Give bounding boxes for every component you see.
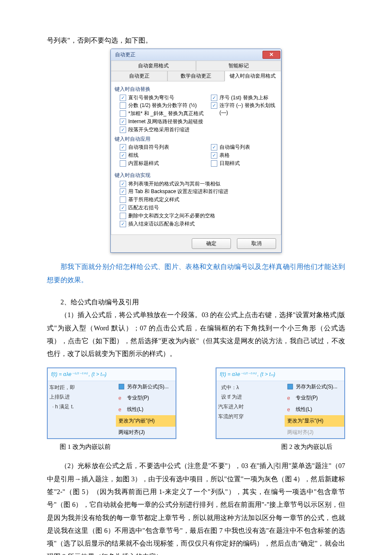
close-icon[interactable]: ✕ — [262, 51, 280, 59]
formula-box: f(t) = αλe⁻ᴸ⁽ᵗ⁻ᵗᵐ⁾ , (t > tₘ) — [216, 368, 344, 381]
ok-button[interactable]: 确定 — [192, 238, 231, 249]
tab-autoformat-as-type[interactable]: 键入时自动套用格式 — [225, 71, 281, 81]
checkbox-headingstyle[interactable] — [120, 160, 126, 167]
checkbox-tab-backspace[interactable] — [120, 188, 126, 195]
cancel-button[interactable]: 取消 — [237, 238, 276, 249]
checkbox-dash[interactable] — [211, 102, 217, 109]
text: 2、给公式自动编号及引用 — [61, 298, 139, 306]
dialog-titlebar: 自动更正 ✕ — [111, 49, 281, 61]
figure-1-bg-text: 车时距，即 上排队进 · h 满足 t. — [48, 381, 116, 438]
svg-rect-0 — [119, 384, 124, 389]
tab-math-autocorrect[interactable]: 数学自动更正 — [167, 71, 224, 81]
checkbox-datestyle[interactable] — [211, 160, 217, 167]
continuation-line: 号列表"，否则不要勾选，如下图。 — [47, 34, 345, 47]
linear-icon: e — [287, 407, 293, 413]
menu-linear[interactable]: e线性(L) — [285, 404, 344, 415]
pro-icon: e — [287, 395, 293, 401]
section-apply: 键入时自动应用 — [115, 136, 277, 143]
checkbox-listformat[interactable] — [120, 181, 126, 187]
section-apply-left: 自动项目符号列表 框线 内置标题样式 — [115, 143, 206, 167]
menu-change-display[interactable]: 更改为"显示"(H) — [285, 415, 344, 427]
checkbox-indent[interactable] — [120, 127, 126, 133]
section-replace-left: 直引号替换为弯引号 分数 (1/2) 替换为分数字符 (½) *加粗* 和 _斜… — [115, 94, 206, 134]
checkbox-hyperlink[interactable] — [120, 119, 126, 125]
step-1-paragraph: （1）插入公式后，将公式单独放在一个段落。03 的在公式上点击右键，选择"设置对… — [47, 309, 345, 361]
tab-autoformat[interactable]: 自动套用格式 — [111, 61, 196, 71]
checkbox-label: 插入结束语以匹配备忘录样式 — [128, 220, 195, 228]
text: （2）光标放在公式之后，不要选中公式（注意是"不要"），03 在"插入|引用"菜… — [47, 462, 345, 555]
dialog-body: 键入时自动替换 直引号替换为弯引号 分数 (1/2) 替换为分数字符 (½) *… — [111, 81, 281, 235]
intro-paragraph: 那我下面就分别介绍怎样给公式、图片、表格和文献自动编号以及怎样真确引用他们才能达… — [47, 260, 345, 286]
checkbox-definestyle[interactable] — [120, 197, 126, 203]
caption-2: 图 2 改为内嵌以后 — [281, 441, 332, 453]
menu-item-label: 专业型(P) — [127, 393, 149, 403]
checkbox-numberlist[interactable] — [211, 144, 217, 150]
section-2-heading: 2、给公式自动编号及引用 — [47, 296, 345, 309]
checkbox-table[interactable] — [211, 152, 217, 159]
checkbox-label: 直引号替换为弯引号 — [128, 94, 174, 101]
figure-captions: 图 1 改为内嵌以前 图 2 改为内嵌以后 — [60, 441, 332, 453]
section-apply-right: 自动编号列表 表格 日期样式 — [206, 143, 277, 167]
menu-pro[interactable]: e专业型(P) — [116, 392, 176, 404]
text: 那我下面就分别介绍怎样给公式、图片、表格和文献自动编号以及怎样真确引用他们才能达… — [47, 263, 345, 283]
menu-item-label: 另存为新公式(S)... — [127, 382, 169, 392]
menu-pro[interactable]: e专业型(P) — [285, 392, 344, 404]
menu-item-label: 更改为"显示"(H) — [287, 416, 323, 426]
svg-text:e: e — [287, 395, 290, 401]
checkbox-label: *加粗* 和 _斜体_ 替换为真正格式 — [128, 110, 204, 117]
menu-save-as[interactable]: 另存为新公式(S)... — [285, 381, 344, 393]
checkbox-label: Internet 及网络路径替换为超链接 — [128, 118, 203, 125]
svg-rect-3 — [288, 384, 293, 389]
dialog-buttons: 确定 取消 — [111, 235, 281, 252]
figure-1: f(t) = αλe⁻ᴸ⁽ᵗ⁻ᵗᵐ⁾ , (t > tₘ) 车时距，即 上排队进… — [47, 367, 176, 439]
menu-item-label: 两端对齐(J) — [287, 428, 314, 437]
dialog-title-text: 自动更正 — [115, 51, 135, 58]
tab-smarttag[interactable]: 智能标记 — [196, 61, 281, 71]
checkbox-ordinal[interactable] — [211, 95, 217, 101]
checkbox-label: 框线 — [128, 152, 138, 159]
svg-text:e: e — [118, 407, 121, 413]
checkbox-memostyle[interactable] — [120, 221, 126, 227]
context-menu-figures: f(t) = αλe⁻ᴸ⁽ᵗ⁻ᵗᵐ⁾ , (t > tₘ) 车时距，即 上排队进… — [47, 367, 345, 439]
checkbox-label: 日期样式 — [219, 160, 240, 167]
menu-item-label: 另存为新公式(S)... — [296, 382, 337, 392]
checkbox-cjkspace[interactable] — [120, 213, 126, 219]
menu-linear[interactable]: e线性(L) — [116, 404, 176, 415]
context-menu-2: 另存为新公式(S)... e专业型(P) e线性(L) 更改为"显示"(H) 两… — [285, 381, 344, 438]
context-menu-1: 另存为新公式(S)... e专业型(P) e线性(L) 更改为"内嵌"(H) 两… — [116, 381, 176, 438]
checkbox-label: 用 Tab 和 Backspace 设置左缩进和首行缩进 — [128, 188, 228, 195]
checkbox-label: 内置标题样式 — [128, 160, 159, 167]
save-icon — [287, 384, 293, 390]
checkbox-bolditalic[interactable] — [120, 110, 126, 117]
tabbar-top: 自动套用格式 智能标记 — [111, 61, 281, 71]
checkbox-label: 自动项目符号列表 — [128, 144, 169, 151]
menu-change-inline[interactable]: 更改为"内嵌"(H) — [116, 415, 176, 427]
checkbox-borders[interactable] — [120, 152, 126, 159]
section-auto: 键入时自动实现 — [115, 172, 277, 179]
text: 号列表"，否则不要勾选，如下图。 — [47, 37, 152, 44]
checkbox-label: 基于所用格式定义样式 — [128, 196, 179, 203]
figure-2-bg-text: 式中：λ 设 tf 为进 汽车进入时 车流的可穿 — [216, 381, 285, 438]
svg-text:e: e — [118, 395, 121, 401]
checkbox-label: 匹配左右括号 — [128, 204, 159, 211]
linear-icon: e — [118, 407, 124, 413]
tabbar-bottom: 自动更正 数学自动更正 键入时自动套用格式 — [111, 71, 281, 81]
menu-justify-disabled: 两端对齐(J) — [285, 427, 344, 438]
checkbox-fractions[interactable] — [120, 102, 126, 109]
pro-icon: e — [118, 395, 124, 401]
menu-save-as[interactable]: 另存为新公式(S)... — [116, 381, 176, 393]
checkbox-matchparen[interactable] — [120, 205, 126, 211]
tab-autocorrect[interactable]: 自动更正 — [111, 71, 167, 81]
checkbox-quotes[interactable] — [120, 95, 126, 101]
formula-box: f(t) = αλe⁻ᴸ⁽ᵗ⁻ᵗᵐ⁾ , (t > tₘ) — [48, 368, 176, 381]
checkbox-label: 表格 — [219, 152, 230, 159]
menu-item-label: 更改为"内嵌"(H) — [118, 416, 155, 426]
menu-justify[interactable]: 两端对齐(J) — [116, 427, 176, 438]
save-icon — [118, 384, 124, 390]
menu-item-label: 线性(L) — [127, 405, 144, 414]
checkbox-bulletlist[interactable] — [120, 144, 126, 150]
menu-item-label: 专业型(P) — [296, 393, 318, 403]
section-replace-right: 序号 (1st) 替换为上标 连字符 (--) 替换为长划线 (—) — [206, 94, 277, 134]
menu-item-label: 线性(L) — [296, 405, 312, 414]
checkbox-label: 连字符 (--) 替换为长划线 (—) — [219, 102, 277, 116]
